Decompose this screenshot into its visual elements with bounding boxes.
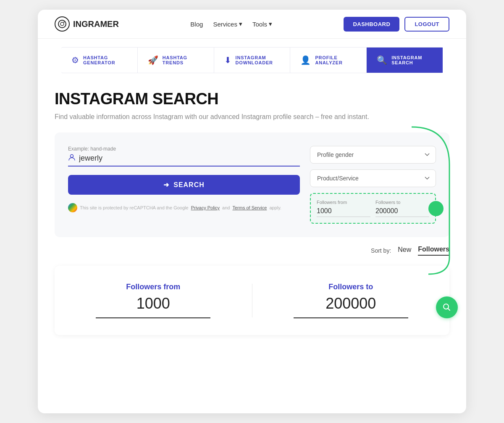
search-input[interactable] [79,154,300,163]
vertical-divider [252,284,252,317]
followers-from-display-title: Followers from [71,283,235,291]
followers-to-display: Followers to 200000 [269,283,433,318]
nav-buttons: DASHBOARD LOGOUT [344,17,449,32]
user-icon [68,153,76,163]
hashtag-trends-icon: 🚀 [148,55,158,65]
tool-instagram-downloader[interactable]: ⬇ INSTAGRAM DOWNLOADER [214,48,291,73]
bottom-panel: Followers from 1000 Followers to 200000 [55,266,449,335]
page-wrapper: INGRAMER Blog Services ▾ Tools ▾ DASHBOA… [38,10,466,413]
product-dropdown[interactable]: Product/Service Product Service [310,169,436,187]
terms-of-service-link[interactable]: Terms of Service [232,205,267,210]
sort-new[interactable]: New [398,246,411,255]
recaptcha-notice: This site is protected by reCAPTCHA and … [68,203,300,212]
followers-range-box: Followers from Followers to [310,193,436,224]
followers-from-field: Followers from [317,200,370,217]
svg-point-1 [60,22,64,26]
page-title: INSTAGRAM SEARCH [55,90,449,108]
search-button[interactable]: ➜ SEARCH [68,175,300,195]
tools-bar-container: ⚙ HASHTAG GENERATOR 🚀 HASHTAG TRENDS ⬇ I… [38,47,466,73]
search-input-container: Example: hand-made [68,146,300,167]
privacy-policy-link[interactable]: Privacy Policy [191,205,220,210]
sort-row: Sort by: New Followers [38,246,466,256]
followers-from-underline [96,317,210,318]
followers-from-label: Followers from [317,200,370,205]
tool-label: HASHTAG TRENDS [163,55,204,65]
search-left: Example: hand-made ➜ SEARCH [68,146,300,224]
instagram-search-icon: 🔍 [377,55,387,65]
tools-bar: ⚙ HASHTAG GENERATOR 🚀 HASHTAG TRENDS ⬇ I… [61,47,443,73]
sort-label: Sort by: [371,247,391,254]
nav-services[interactable]: Services ▾ [213,20,242,28]
instagram-downloader-icon: ⬇ [224,55,231,65]
nav-links: Blog Services ▾ Tools ▾ [190,20,272,28]
dashboard-button[interactable]: DASHBOARD [344,17,399,32]
page-subtitle: Find valuable information across Instagr… [55,113,449,121]
followers-to-underline [294,317,408,318]
search-right: Profile gender Male Female Unknown Produ… [310,146,436,224]
profile-analyzer-icon: 👤 [300,55,311,65]
tool-hashtag-trends[interactable]: 🚀 HASHTAG TRENDS [138,48,214,73]
search-input-wrapper [68,153,300,167]
followers-range-wrapper: Followers from Followers to [310,193,436,224]
logo-text: INGRAMER [73,19,119,29]
followers-to-display-value: 200000 [269,295,433,312]
tool-label: HASHTAG GENERATOR [83,55,127,65]
svg-point-0 [58,20,66,28]
nav-blog[interactable]: Blog [190,21,203,28]
bottom-panel-container: Followers from 1000 Followers to 200000 [38,266,466,335]
tool-profile-analyzer[interactable]: 👤 PROFILE ANALYZER [290,48,367,73]
main-content: INSTAGRAM SEARCH Find valuable informati… [38,73,466,237]
sort-followers[interactable]: Followers [418,246,449,256]
svg-point-2 [63,21,64,22]
navbar: INGRAMER Blog Services ▾ Tools ▾ DASHBOA… [38,10,466,39]
logo-icon [55,16,70,32]
tool-label: INSTAGRAM SEARCH [391,55,433,65]
tool-hashtag-generator[interactable]: ⚙ HASHTAG GENERATOR [61,48,138,73]
followers-to-display-title: Followers to [269,283,433,291]
search-arrow-icon: ➜ [163,181,169,189]
tool-label: PROFILE ANALYZER [315,55,356,65]
chevron-down-icon: ▾ [269,20,272,28]
nav-tools[interactable]: Tools ▾ [252,20,272,28]
tool-label: INSTAGRAM DOWNLOADER [236,55,280,65]
followers-to-field: Followers to [375,200,429,217]
search-input-label: Example: hand-made [68,146,300,152]
followers-to-input[interactable] [375,207,429,217]
search-circle-button[interactable] [436,296,458,318]
followers-from-display: Followers from 1000 [71,283,235,318]
followers-from-input[interactable] [317,207,370,217]
hashtag-generator-icon: ⚙ [71,55,79,65]
gender-dropdown[interactable]: Profile gender Male Female Unknown [310,146,436,164]
followers-range-circle [428,201,444,216]
chevron-down-icon: ▾ [239,20,242,28]
logo[interactable]: INGRAMER [55,16,119,32]
followers-from-display-value: 1000 [71,295,235,312]
recaptcha-logo [68,203,77,212]
search-panel: Example: hand-made ➜ SEARCH [55,132,449,237]
svg-point-3 [71,155,74,158]
tool-instagram-search[interactable]: 🔍 INSTAGRAM SEARCH [367,48,443,73]
followers-to-label: Followers to [375,200,429,205]
logout-button[interactable]: LOGOUT [404,17,449,32]
